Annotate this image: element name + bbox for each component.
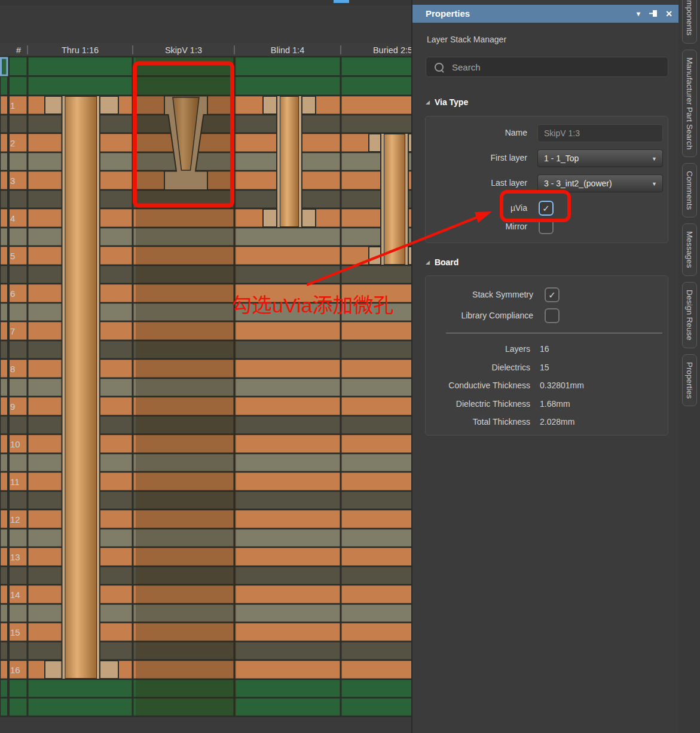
via-type-group: Name SkipV 1:3 First layer 1 - 1_Top ▼ L… [425,116,668,243]
column-header-skipv[interactable]: SkipV 1:3 [165,45,202,55]
pin-icon[interactable] [649,10,658,19]
panel-menu-icon[interactable]: ▼ [635,11,641,17]
stack-drawing[interactable]: #Thru 1:16SkipV 1:3Blind 1:4Buried 2:512… [0,0,413,733]
via-barrel [65,97,97,679]
layer-number: 7 [10,326,15,336]
uvia-checkbox[interactable]: ✓ [539,201,554,216]
chevron-down-icon: ▼ [652,156,657,162]
first-layer-label: First layer [426,153,527,162]
close-icon[interactable]: ✕ [665,10,673,18]
stat-row-dielectrics: Dielectrics 15 [426,360,668,377]
last-layer-label: Last layer [426,178,527,188]
search-input[interactable] [451,62,668,73]
chevron-down-icon: ▼ [652,181,657,187]
search-box[interactable] [426,57,668,77]
document-top-edge [0,0,413,5]
tab-components[interactable]: Components [682,0,697,44]
tab-properties[interactable]: Properties [682,354,697,407]
window-tab-fragment [334,0,349,3]
tab-messages[interactable]: Messages [682,223,697,276]
column-header-thru[interactable]: Thru 1:16 [62,45,99,55]
via-barrel [384,134,405,265]
layer-number: 15 [10,627,20,637]
collapse-triangle-icon: ◢ [426,260,430,265]
name-label: Name [426,128,527,137]
layer-number: 5 [10,251,15,261]
layer-number: 14 [10,590,20,600]
stat-row-layers: Layers 16 [426,342,668,358]
board-section-header[interactable]: ◢ Board [426,257,458,267]
search-icon [435,63,444,72]
tab-manufacturer-part-search[interactable]: Manufacturer Part Search [682,50,697,158]
layer-number: 4 [10,213,15,223]
stat-row-total-thickness: Total Thickness 2.028mm [426,415,668,431]
layer-number: 10 [10,439,20,449]
skipv-column-selection-tint [136,57,236,716]
stat-row-conductive-thickness: Conductive Thickness 0.32801mm [426,378,668,395]
panel-subtitle: Layer Stack Manager [427,35,506,44]
panel-title: Properties [426,8,470,19]
layer-number: 16 [10,665,20,675]
first-layer-dropdown[interactable]: 1 - 1_Top ▼ [537,149,663,167]
layer-number: 6 [10,289,15,299]
library-compliance-checkbox[interactable]: ✓ [545,308,560,323]
layer-number: 9 [10,401,15,412]
tab-design-reuse[interactable]: Design Reuse [682,282,697,348]
column-header-blind[interactable]: Blind 1:4 [271,45,304,55]
layer-stack-cross-section[interactable]: #Thru 1:16SkipV 1:3Blind 1:4Buried 2:512… [0,0,413,733]
via-barrel [280,97,299,227]
stack-symmetry-checkbox[interactable]: ✓ [545,287,560,302]
layer-number: 11 [10,477,20,487]
layer-number: 13 [10,552,20,562]
layer-number: 2 [10,138,15,148]
layer-number: 8 [10,364,15,374]
column-header-buried[interactable]: Buried 2:5 [373,45,412,55]
layer-number: 12 [10,514,20,525]
divider [446,333,662,333]
via-name-field[interactable]: SkipV 1:3 [537,124,663,142]
stack-symmetry-label: Stack Symmetry [426,290,533,299]
collapse-triangle-icon: ◢ [426,100,430,105]
last-layer-dropdown[interactable]: 3 - 3_int2_(power) ▼ [537,174,663,192]
layer-number: 3 [10,176,15,186]
uvia-label: µVia [426,203,527,213]
right-panel-tabstrip: ComponentsManufacturer Part SearchCommen… [678,0,700,733]
layer-number: 1 [10,100,15,111]
properties-panel: Properties ▼ ✕ Layer Stack Manager ◢ Via… [411,0,678,733]
column-header-hash[interactable]: # [16,45,21,55]
library-compliance-label: Library Compliance [426,311,533,320]
via-type-section-header[interactable]: ◢ Via Type [426,97,468,107]
mirror-checkbox[interactable]: ✓ [539,219,554,234]
mirror-label: Mirror [426,222,527,231]
tab-comments[interactable]: Comments [682,163,697,217]
properties-panel-titlebar: Properties ▼ ✕ [412,5,678,23]
stat-row-dielectric-thickness: Dielectric Thickness 1.68mm [426,397,668,413]
board-group: Stack Symmetry ✓ Library Compliance ✓ La… [425,275,668,435]
